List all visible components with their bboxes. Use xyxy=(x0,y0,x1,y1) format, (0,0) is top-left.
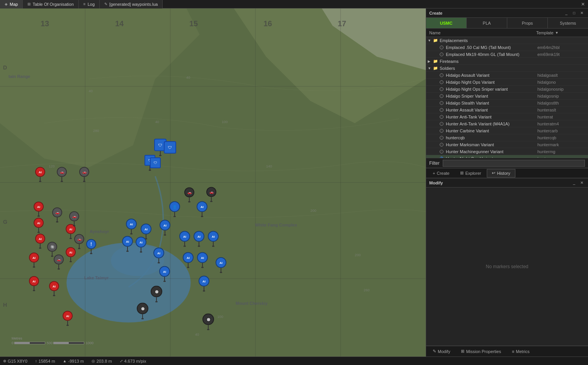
radio-s3[interactable] xyxy=(438,86,445,92)
marker-blue-ai-3[interactable]: AI xyxy=(160,220,170,236)
tree-item-fireteams[interactable]: ▶📁Fireteams xyxy=(426,58,588,65)
marker-blue-ai-8[interactable]: AI xyxy=(194,231,204,247)
marker-red-ai-10[interactable]: AI xyxy=(49,281,59,296)
marker-blue-ai-12[interactable]: AI xyxy=(197,252,208,268)
bp-tab-modify[interactable]: ✎ Modify xyxy=(428,347,455,356)
faction-props[interactable]: Props xyxy=(507,18,548,28)
marker-shield-4[interactable]: 🛡 xyxy=(150,157,161,168)
marker-blue-ai-10[interactable]: AI xyxy=(153,248,164,264)
tree-item-s10[interactable]: huntercqbhuntercqb xyxy=(426,134,588,141)
label-tain-range: tain Range xyxy=(8,74,30,79)
tree-item-s7[interactable]: Hunter Anti-Tank Varianthunterat xyxy=(426,113,588,120)
tree-expand-fireteams[interactable]: ▶ xyxy=(428,59,432,63)
radio-s11[interactable] xyxy=(438,142,445,148)
marker-gray-1[interactable]: 🚗 xyxy=(57,167,67,182)
tree-item-s12[interactable]: Hunter Machinegunner Varianthuntermg xyxy=(426,148,588,155)
marker-shield-2[interactable]: 🛡 xyxy=(164,141,176,154)
marker-red-ai-8[interactable]: AI xyxy=(66,247,76,262)
marker-red-ai-9[interactable]: AI xyxy=(63,311,73,326)
marker-gray-4[interactable]: 🚗 xyxy=(69,211,79,226)
radio-s1[interactable] xyxy=(438,72,445,78)
tree-item-em2[interactable]: Emplaced Mk19 40mm GL (Tall Mount)em69mk… xyxy=(426,51,588,58)
tab-history[interactable]: ↩ History xyxy=(487,169,515,177)
marker-exclaim[interactable]: ! xyxy=(86,239,96,254)
modify-close[interactable]: ✕ xyxy=(579,180,585,186)
tab-create[interactable]: + Create xyxy=(428,169,454,177)
marker-blue-ai-11[interactable]: AI xyxy=(183,252,194,268)
marker-gray-3[interactable]: 🚗 xyxy=(52,208,62,223)
marker-dark-1[interactable]: 🚗 xyxy=(184,188,194,203)
scale-icon: ⤢ xyxy=(120,359,123,363)
radio-s12[interactable] xyxy=(438,149,445,155)
radio-em2[interactable] xyxy=(438,51,445,57)
marker-red-ai-5[interactable]: AI xyxy=(29,253,39,268)
tree-item-s4[interactable]: Hidalgo Sniper Varianthidalgosnip xyxy=(426,93,588,100)
tree-item-s11[interactable]: Hunter Marksman Varianthuntermark xyxy=(426,141,588,148)
marker-red-ai-3[interactable]: AI xyxy=(34,218,44,233)
marker-gray-5[interactable]: 🚗 xyxy=(74,234,84,249)
tree-item-s13[interactable]: Hunter Night Ops Varianthunterno xyxy=(426,155,588,158)
marker-blue-ai-1[interactable]: AI xyxy=(126,219,137,235)
panel-close-button[interactable]: ✕ xyxy=(579,10,585,16)
col-template-header[interactable]: Template ▼ xyxy=(536,30,586,35)
marker-blue-ai-6[interactable]: AI xyxy=(136,237,146,253)
tree-item-s3[interactable]: Hidalgo Night Ops Sniper varianthidalgon… xyxy=(426,86,588,93)
tree-item-em1[interactable]: Emplaced .50 Cal MG (Tall Mount)em64m2hb… xyxy=(426,44,588,51)
tree-expand-emplacements[interactable]: ▼ xyxy=(428,39,432,42)
marker-blue-ai-5[interactable]: AI xyxy=(122,236,133,252)
tree-expand-soldiers[interactable]: ▼ xyxy=(428,66,432,70)
marker-red-ai-6[interactable]: AI xyxy=(29,276,39,291)
marker-blue-person[interactable]: 👤 xyxy=(169,201,180,217)
faction-systems[interactable]: Systems xyxy=(548,18,588,28)
marker-red-ai-1[interactable]: AI xyxy=(35,167,45,182)
radio-s9[interactable] xyxy=(438,128,445,134)
tree-item-s1[interactable]: Hidalgo Assault Varianthidalgoaslt xyxy=(426,72,588,79)
tree-item-s9[interactable]: Hunter Carbine Varianthuntercarb xyxy=(426,127,588,134)
marker-blue-ai-14[interactable]: AI xyxy=(216,257,226,273)
tree-item-soldiers[interactable]: ▼📁Soldiers xyxy=(426,65,588,72)
marker-dark-2[interactable]: 🚗 xyxy=(206,187,216,202)
radio-s8[interactable] xyxy=(438,121,445,127)
tree-item-s2[interactable]: Hidalgo Night Ops Varianthidalgono xyxy=(426,79,588,86)
radio-s7[interactable] xyxy=(438,114,445,120)
marker-blue-ai-9[interactable]: AI xyxy=(208,231,219,247)
radio-s10[interactable] xyxy=(438,135,445,141)
tab-log[interactable]: ≡ Log xyxy=(79,0,100,8)
marker-gray-2[interactable]: 🚗 xyxy=(79,167,89,182)
marker-gray-7[interactable]: 🚗 xyxy=(54,255,64,270)
tab-waypoints[interactable]: ✎ [generated] waypoints.lua xyxy=(100,0,163,8)
radio-s2[interactable] xyxy=(438,79,445,85)
tree-item-s6[interactable]: Hunter Assault Varianthunteraslt xyxy=(426,106,588,113)
marker-blue-ai-13[interactable]: AI xyxy=(159,266,170,282)
marker-blue-ai-4[interactable]: AI xyxy=(197,201,207,217)
radio-s5[interactable] xyxy=(438,100,445,106)
unit-tree-list[interactable]: ▼📁EmplacementsEmplaced .50 Cal MG (Tall … xyxy=(426,37,588,158)
modify-minimize[interactable]: _ xyxy=(571,180,577,186)
tree-item-emplacements[interactable]: ▼📁Emplacements xyxy=(426,37,588,44)
restore-button[interactable]: □ xyxy=(571,10,577,16)
faction-pla[interactable]: PLA xyxy=(467,18,507,28)
marker-blue-ai-15[interactable]: AI xyxy=(199,276,209,292)
radio-s4[interactable] xyxy=(438,93,445,99)
marker-cross-1[interactable]: ⊗ xyxy=(151,286,162,302)
bp-tab-mission-props[interactable]: ⊞ Mission Properties xyxy=(456,347,506,356)
bp-tab-metrics[interactable]: ≡ Metrics xyxy=(507,347,535,356)
marker-blue-ai-7[interactable]: AI xyxy=(179,231,190,247)
faction-usmc[interactable]: USMC xyxy=(426,18,467,28)
marker-cross-2[interactable]: ⊗ xyxy=(137,303,148,319)
tree-item-s5[interactable]: Hidalgo Stealth Varianthidalgostlth xyxy=(426,100,588,106)
grid-col-14: 14 xyxy=(115,19,124,28)
marker-cross-3[interactable]: ⊗ xyxy=(202,314,214,330)
tab-table-of-organisation[interactable]: ⊞ Table Of Organisation xyxy=(23,0,78,8)
tree-item-s8[interactable]: Hunter Anti-Tank Variant (M4A1A)hunterat… xyxy=(426,120,588,127)
radio-em1[interactable] xyxy=(438,44,445,51)
marker-red-ai-2[interactable]: AI xyxy=(34,202,44,217)
tab-map[interactable]: ◈ Map xyxy=(0,0,23,8)
minimize-button[interactable]: _ xyxy=(563,10,569,16)
close-button[interactable]: ✕ xyxy=(578,0,588,8)
tab-explorer[interactable]: ⊞ Explorer xyxy=(455,169,486,177)
filter-input[interactable] xyxy=(443,160,585,167)
marker-red-ai-4[interactable]: AI xyxy=(35,234,45,249)
map-area[interactable]: 40 100 140 200 200 260 40 40 280 120 40 … xyxy=(0,8,426,357)
radio-s6[interactable] xyxy=(438,107,445,113)
